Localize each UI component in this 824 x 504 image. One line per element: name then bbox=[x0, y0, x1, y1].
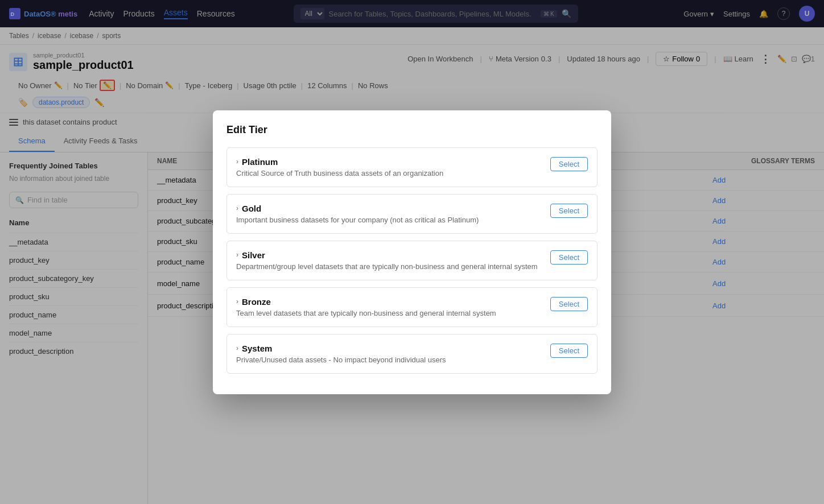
bronze-desc: Team level datasets that are typically n… bbox=[236, 309, 543, 317]
gold-chevron[interactable]: › bbox=[236, 204, 238, 212]
tier-item-bronze: › Bronze Team level datasets that are ty… bbox=[226, 287, 598, 327]
modal-title: Edit Tier bbox=[226, 124, 598, 136]
modal-overlay[interactable]: Edit Tier › Platinum Critical Source of … bbox=[0, 0, 824, 504]
tier-item-gold: › Gold Important business datasets for y… bbox=[226, 194, 598, 234]
silver-name: Silver bbox=[242, 250, 265, 260]
silver-chevron[interactable]: › bbox=[236, 251, 238, 259]
system-name: System bbox=[242, 344, 272, 353]
gold-name: Gold bbox=[242, 204, 261, 213]
platinum-desc: Critical Source of Truth business data a… bbox=[236, 169, 543, 177]
system-select-button[interactable]: Select bbox=[550, 344, 588, 358]
platinum-select-button[interactable]: Select bbox=[550, 157, 588, 171]
platinum-name: Platinum bbox=[242, 157, 278, 167]
platinum-chevron[interactable]: › bbox=[236, 158, 238, 166]
edit-tier-modal: Edit Tier › Platinum Critical Source of … bbox=[213, 110, 611, 394]
gold-desc: Important business datasets for your com… bbox=[236, 216, 543, 224]
bronze-name: Bronze bbox=[242, 297, 271, 307]
tier-item-silver: › Silver Department/group level datasets… bbox=[226, 241, 598, 280]
bronze-select-button[interactable]: Select bbox=[550, 297, 588, 311]
system-desc: Private/Unused data assets - No impact b… bbox=[236, 356, 543, 364]
bronze-chevron[interactable]: › bbox=[236, 298, 238, 305]
tier-item-system: › System Private/Unused data assets - No… bbox=[226, 334, 598, 374]
system-chevron[interactable]: › bbox=[236, 344, 238, 352]
silver-select-button[interactable]: Select bbox=[550, 250, 588, 265]
tier-item-platinum: › Platinum Critical Source of Truth busi… bbox=[226, 147, 598, 187]
gold-select-button[interactable]: Select bbox=[550, 204, 588, 218]
silver-desc: Department/group level datasets that are… bbox=[236, 262, 543, 271]
